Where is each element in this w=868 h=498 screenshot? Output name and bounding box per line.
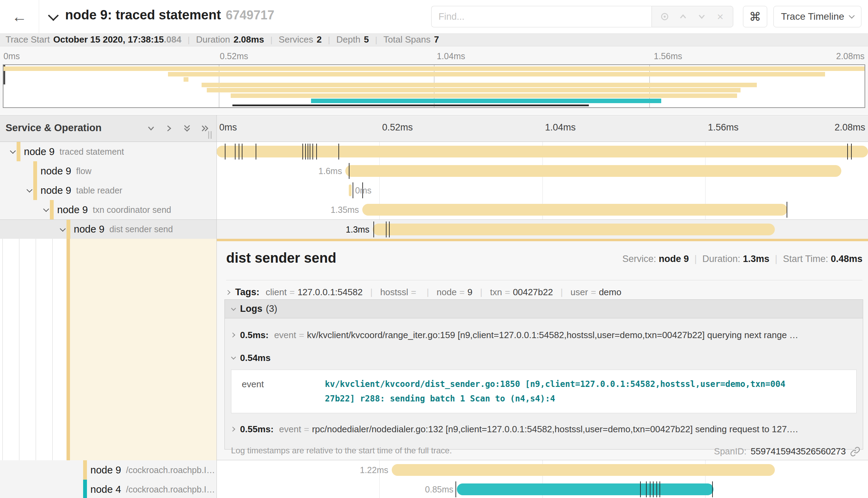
summary-label: Duration [196,34,230,45]
tags-items: client=127.0.0.1:54582|hostssl=|node=9|t… [266,287,621,298]
log-marker-tick [653,481,654,497]
summary-separator: | [375,35,377,45]
log-marker-tick [650,481,650,497]
span-service-name: node 9 [41,185,71,196]
minimap-viewport-bar [232,105,589,106]
log-row[interactable]: 0.55ms: event = rpc/nodedialer/nodediale… [225,418,863,440]
log-row-expanded[interactable]: 0.54ms [225,348,863,368]
span-children-chevron-down-icon[interactable] [41,205,50,214]
span-children-chevron-down-icon[interactable] [24,186,33,195]
span-name-row[interactable]: node 9dist sender send [0,219,216,239]
column-resizer-grip[interactable] [208,131,212,139]
span-name-row[interactable]: node 4/cockroach.roachpb.I… [0,480,216,498]
timeline-tick: 2.08ms [834,122,865,133]
log-row[interactable]: 0.5ms: event = kv/kvclient/kvcoord/range… [225,322,863,348]
span-timeline-row[interactable]: 1.22ms [216,460,868,480]
span-duration-label: 1.22ms [360,460,388,480]
keyboard-shortcuts-button[interactable]: ⌘ [743,6,767,27]
span-children-chevron-down-icon[interactable] [57,225,67,234]
span-timeline-row[interactable] [216,142,868,161]
log-marker-tick [256,144,256,160]
span-operation-name: traced statement [60,147,124,157]
span-duration-bar[interactable] [345,165,841,177]
log-marker-tick [656,481,657,497]
logs-chevron-down-icon [231,306,236,310]
span-service-name: node 9 [24,146,55,157]
trace-title-chevron-down-icon[interactable] [48,10,59,21]
tag-separator: | [370,287,373,297]
service-operation-header: Service & Operation [0,115,216,142]
span-service-name: node 9 [74,224,105,235]
expand-one-chevron-right-icon[interactable] [163,123,175,134]
tags-row[interactable]: Tags: client=127.0.0.1:54582|hostssl=|no… [226,287,862,298]
span-duration-bar[interactable] [362,204,787,216]
log-value: kv/kvclient/kvcoord/range_iter.go:159 [n… [307,330,798,341]
pane-divider[interactable] [216,115,217,498]
span-duration-bar[interactable] [392,464,775,476]
trace-title: node 9: traced statement [65,8,221,22]
back-button[interactable]: ← [0,0,39,33]
find-input[interactable] [431,6,652,27]
find-clear-icon[interactable]: × [714,11,726,22]
log-marker-tick [338,144,339,160]
log-marker-tick [353,182,353,198]
service-color-chip [83,460,87,480]
detail-meta: Service: node 9|Duration: 1.3ms|Start Ti… [622,254,862,264]
summary-separator: | [188,35,190,45]
span-id-value: 5597415943526560273 [751,446,846,457]
span-timeline-row[interactable]: 0ms [216,181,868,200]
chevron-spacer [74,485,83,494]
logs-header[interactable]: Logs (3) [225,300,863,318]
span-name-row[interactable]: node 9txn coordinator send [0,200,216,219]
minimap-canvas[interactable] [3,64,865,108]
span-name-row[interactable]: node 9table reader [0,181,216,200]
tag-key: node [437,287,457,297]
tag-separator: | [480,287,482,297]
span-timeline-row[interactable]: 1.35ms [216,200,868,219]
log-marker-tick [225,144,225,160]
span-name-column-bottom: node 9/cockroach.roachpb.I…node 4/cockro… [0,460,216,498]
trace-view-selector[interactable]: Trace Timeline [773,6,861,27]
summary-value-suffix: .084 [164,34,181,45]
log-marker-tick [455,481,456,497]
span-duration-bar[interactable] [216,146,868,157]
span-children-chevron-down-icon[interactable] [8,147,17,156]
collapse-all-double-chevron-down-icon[interactable] [181,123,193,134]
log-marker-tick [235,144,236,160]
log-marker-tick [640,481,641,497]
span-duration-bar[interactable] [373,224,775,235]
timeline-ruler: Service & Operation 0ms 0.52ms 1.04ms 1.… [0,115,868,142]
span-timeline-row[interactable]: 1.6ms [216,161,868,181]
find-tools: × [652,6,733,27]
tree-guide [19,239,19,460]
span-operation-name: txn coordinator send [93,205,171,215]
span-name-row[interactable]: node 9traced statement [0,142,216,161]
timeline-tick: 1.56ms [708,122,739,133]
copy-link-icon[interactable] [850,446,860,457]
collapse-one-chevron-down-icon[interactable] [145,123,157,134]
span-duration-bar[interactable] [349,184,352,196]
log-marker-tick [386,221,387,237]
log-marker-tick [242,144,242,160]
service-color-chip [83,480,87,498]
span-id-row: SpanID: 5597415943526560273 [714,446,860,457]
summary-value: 5 [364,34,369,45]
log-marker-tick [373,221,374,237]
span-service-name: node 9 [41,165,71,177]
log-kv-value: kv/kvclient/kvcoord/dist_sender.go:1850 … [325,377,788,406]
find-prev-chevron-up-icon[interactable] [677,11,689,22]
minimap-tick: 0ms [3,51,20,61]
span-timeline-row[interactable]: 0.85ms [216,480,868,498]
log-chevron-right-icon [230,333,235,337]
span-name-row[interactable]: node 9/cockroach.roachpb.I… [0,460,216,480]
span-duration-bar[interactable] [457,483,714,495]
service-operation-title: Service & Operation [6,122,101,134]
span-name-row[interactable]: node 9flow [0,161,216,181]
find-group: × [431,6,733,27]
log-keyvalue-table: event kv/kvclient/kvcoord/dist_sender.go… [231,370,857,413]
span-service-name: node 4 [90,484,121,495]
locate-span-icon[interactable] [659,11,671,22]
trace-summary-bar: Trace StartOctober 15 2020, 17:38:15.084… [0,33,868,46]
span-timeline-row[interactable]: 1.3ms [216,219,868,239]
find-next-chevron-down-icon[interactable] [696,11,708,22]
